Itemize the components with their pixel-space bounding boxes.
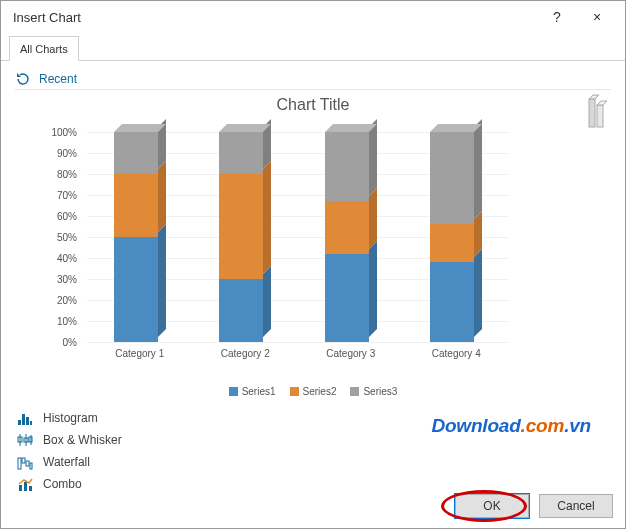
sidebar-item-box-whisker[interactable]: Box & Whisker xyxy=(15,429,215,451)
sidebar-item-recent[interactable]: Recent xyxy=(15,71,77,87)
cancel-button[interactable]: Cancel xyxy=(539,494,613,518)
insert-chart-dialog: Insert Chart ? × All Charts Recent Chart… xyxy=(0,0,626,529)
recent-icon xyxy=(15,71,31,87)
y-tick: 20% xyxy=(45,295,77,306)
segment-series3 xyxy=(114,132,158,174)
x-label: Category 2 xyxy=(221,348,270,359)
x-label: Category 1 xyxy=(115,348,164,359)
y-tick: 40% xyxy=(45,253,77,264)
sidebar-item-label: Histogram xyxy=(43,411,98,425)
svg-marker-2 xyxy=(589,95,599,99)
x-label: Category 4 xyxy=(432,348,481,359)
sidebar-item-histogram[interactable]: Histogram xyxy=(15,407,215,429)
svg-rect-19 xyxy=(24,482,27,491)
segment-series2 xyxy=(325,201,369,254)
chart-type-list: Histogram Box & Whisker Waterfall Combo xyxy=(15,407,215,495)
svg-rect-4 xyxy=(18,420,21,425)
svg-marker-3 xyxy=(597,101,607,105)
column xyxy=(219,132,271,342)
box-whisker-icon xyxy=(17,432,33,448)
y-axis: 0%10%20%30%40%50%60%70%80%90%100% xyxy=(45,132,83,342)
histogram-icon xyxy=(17,410,33,426)
svg-rect-16 xyxy=(26,461,29,466)
dialog-title: Insert Chart xyxy=(9,10,537,25)
segment-series2 xyxy=(114,174,158,237)
dialog-body: Recent Chart Title 0%10%20%30%40%50%60%7… xyxy=(1,61,625,491)
legend-item: Series1 xyxy=(229,386,276,397)
chart-preview[interactable]: Chart Title 0%10%20%30%40%50%60%70%80%90… xyxy=(15,89,611,399)
svg-rect-1 xyxy=(597,105,603,127)
close-button[interactable]: × xyxy=(577,3,617,31)
segment-series1 xyxy=(219,279,263,342)
svg-rect-18 xyxy=(19,485,22,491)
chart-title: Chart Title xyxy=(15,90,611,118)
titlebar: Insert Chart ? × xyxy=(1,1,625,33)
sidebar-item-label: Recent xyxy=(39,72,77,86)
segment-series2 xyxy=(219,174,263,279)
segment-series1 xyxy=(114,237,158,342)
y-tick: 100% xyxy=(45,127,77,138)
svg-rect-7 xyxy=(30,421,32,425)
waterfall-icon xyxy=(17,454,33,470)
y-tick: 30% xyxy=(45,274,77,285)
legend: Series1Series2Series3 xyxy=(15,386,611,397)
legend-swatch xyxy=(290,387,299,396)
legend-swatch xyxy=(229,387,238,396)
tabbar: All Charts xyxy=(1,33,625,61)
ok-button[interactable]: OK xyxy=(455,494,529,518)
x-axis: Category 1Category 2Category 3Category 4 xyxy=(87,342,509,359)
column xyxy=(430,132,482,342)
svg-rect-0 xyxy=(589,99,595,127)
sidebar-item-waterfall[interactable]: Waterfall xyxy=(15,451,215,473)
column xyxy=(325,132,377,342)
tab-all-charts[interactable]: All Charts xyxy=(9,36,79,61)
y-tick: 70% xyxy=(45,190,77,201)
y-tick: 0% xyxy=(45,337,77,348)
svg-rect-6 xyxy=(26,417,29,425)
sidebar-item-label: Waterfall xyxy=(43,455,90,469)
dialog-footer: OK Cancel xyxy=(455,494,613,518)
segment-series1 xyxy=(325,254,369,342)
y-tick: 10% xyxy=(45,316,77,327)
svg-rect-20 xyxy=(29,486,32,491)
svg-rect-15 xyxy=(22,458,25,463)
segment-series2 xyxy=(430,224,474,262)
columns xyxy=(87,132,509,342)
y-tick: 50% xyxy=(45,232,77,243)
y-tick: 60% xyxy=(45,211,77,222)
legend-swatch xyxy=(350,387,359,396)
segment-series1 xyxy=(430,262,474,342)
legend-item: Series3 xyxy=(350,386,397,397)
sidebar-item-label: Combo xyxy=(43,477,82,491)
plot-area: 0%10%20%30%40%50%60%70%80%90%100% Catego… xyxy=(49,132,509,342)
legend-item: Series2 xyxy=(290,386,337,397)
segment-series3 xyxy=(325,132,369,201)
sidebar-item-label: Box & Whisker xyxy=(43,433,122,447)
y-tick: 90% xyxy=(45,148,77,159)
column xyxy=(114,132,166,342)
x-label: Category 3 xyxy=(326,348,375,359)
watermark: Download.com.vn xyxy=(431,415,591,437)
segment-series3 xyxy=(430,132,474,224)
svg-rect-5 xyxy=(22,414,25,425)
svg-rect-14 xyxy=(18,458,21,469)
segment-series3 xyxy=(219,132,263,174)
legend-label: Series1 xyxy=(242,386,276,397)
y-tick: 80% xyxy=(45,169,77,180)
legend-label: Series3 xyxy=(363,386,397,397)
legend-label: Series2 xyxy=(303,386,337,397)
svg-rect-17 xyxy=(30,463,32,469)
combo-icon xyxy=(17,476,33,492)
chart-subtype-thumb[interactable] xyxy=(587,91,607,131)
sidebar-item-combo[interactable]: Combo xyxy=(15,473,215,495)
help-button[interactable]: ? xyxy=(537,3,577,31)
